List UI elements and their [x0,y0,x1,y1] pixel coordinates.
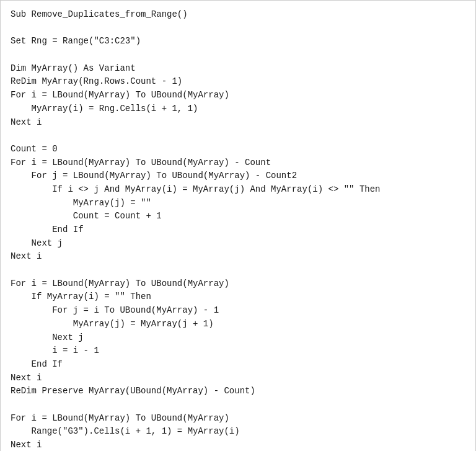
code-container: Sub Remove_Duplicates_from_Range() Set R… [0,0,476,451]
code-block: Sub Remove_Duplicates_from_Range() Set R… [11,8,465,451]
